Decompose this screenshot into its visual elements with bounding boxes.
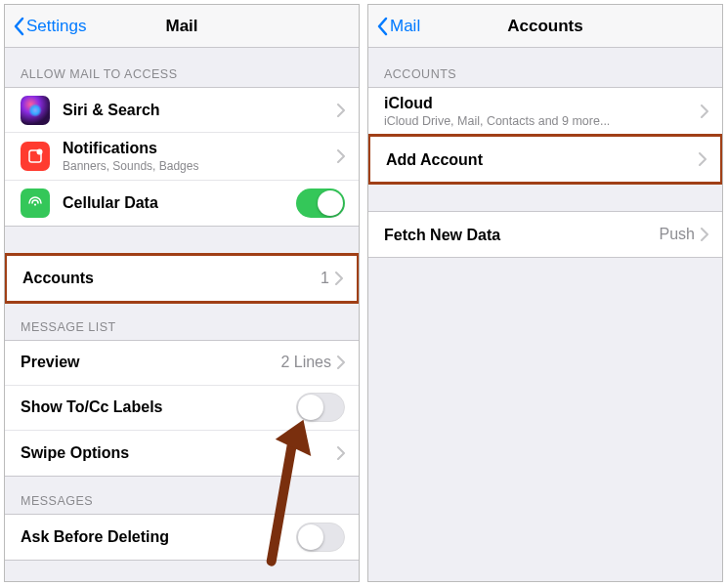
cellular-label: Cellular Data xyxy=(63,194,158,211)
row-accounts[interactable]: Accounts 1 xyxy=(7,256,357,301)
chevron-left-icon xyxy=(376,17,388,36)
message-list-group: Preview 2 Lines Show To/Cc Labels Swipe … xyxy=(5,340,359,477)
section-header-allow: ALLOW MAIL TO ACCESS xyxy=(5,48,359,87)
accounts-list: Accounts 1 xyxy=(4,253,360,304)
row-swipe-options[interactable]: Swipe Options xyxy=(5,431,359,476)
row-add-account[interactable]: Add Account xyxy=(370,137,720,182)
row-siri-search[interactable]: Siri & Search xyxy=(5,88,359,133)
cellular-toggle[interactable] xyxy=(296,188,345,218)
accounts-pane: Mail Accounts ACCOUNTS iCloud iCloud Dri… xyxy=(367,4,723,582)
row-fetch-new-data[interactable]: Fetch New Data Push xyxy=(368,212,722,257)
ask-delete-toggle[interactable] xyxy=(296,523,345,552)
chevron-right-icon xyxy=(337,356,345,369)
add-account-label: Add Account xyxy=(386,151,483,168)
mail-settings-pane: Settings Mail ALLOW MAIL TO ACCESS Siri … xyxy=(4,4,360,582)
chevron-right-icon xyxy=(699,152,707,166)
allow-access-list: Siri & Search Notifications Banners, Sou… xyxy=(5,87,359,227)
back-label: Mail xyxy=(390,17,420,36)
show-tocc-toggle[interactable] xyxy=(296,393,345,422)
ask-delete-label: Ask Before Deleting xyxy=(21,528,169,545)
chevron-right-icon xyxy=(335,272,343,285)
svg-point-1 xyxy=(37,148,43,154)
cellular-icon xyxy=(21,188,50,218)
section-header-messages: MESSAGES xyxy=(5,477,359,514)
row-icloud[interactable]: iCloud iCloud Drive, Mail, Contacts and … xyxy=(368,88,722,135)
section-header-accounts: ACCOUNTS xyxy=(368,48,722,87)
row-cellular-data[interactable]: Cellular Data xyxy=(5,181,359,226)
notifications-icon xyxy=(21,142,50,171)
chevron-right-icon xyxy=(337,104,345,117)
row-notifications[interactable]: Notifications Banners, Sounds, Badges xyxy=(5,133,359,181)
back-button[interactable]: Mail xyxy=(376,17,420,36)
nav-bar: Settings Mail xyxy=(5,5,359,48)
nav-bar: Mail Accounts xyxy=(368,5,722,48)
notifications-label: Notifications xyxy=(63,140,157,156)
fetch-value: Push xyxy=(660,226,695,243)
row-preview[interactable]: Preview 2 Lines xyxy=(5,341,359,386)
accounts-group: iCloud iCloud Drive, Mail, Contacts and … xyxy=(368,87,722,135)
add-account-group: Add Account xyxy=(367,134,723,185)
messages-group: Ask Before Deleting xyxy=(5,514,359,561)
accounts-label: Accounts xyxy=(22,270,94,286)
back-button[interactable]: Settings xyxy=(13,17,86,36)
row-ask-before-deleting[interactable]: Ask Before Deleting xyxy=(5,515,359,560)
svg-point-2 xyxy=(34,203,36,205)
swipe-options-label: Swipe Options xyxy=(21,444,129,461)
show-tocc-label: Show To/Cc Labels xyxy=(21,398,163,415)
chevron-right-icon xyxy=(337,149,345,163)
chevron-right-icon xyxy=(337,446,345,460)
siri-label: Siri & Search xyxy=(63,102,160,118)
row-show-to-cc[interactable]: Show To/Cc Labels xyxy=(5,386,359,431)
accounts-count: 1 xyxy=(321,270,329,287)
page-title: Accounts xyxy=(368,17,722,36)
chevron-left-icon xyxy=(13,17,24,36)
siri-icon xyxy=(21,96,50,125)
preview-label: Preview xyxy=(21,354,79,370)
preview-value: 2 Lines xyxy=(280,354,331,371)
fetch-group: Fetch New Data Push xyxy=(368,211,722,258)
notifications-sublabel: Banners, Sounds, Badges xyxy=(63,159,337,173)
chevron-right-icon xyxy=(701,105,708,118)
fetch-label: Fetch New Data xyxy=(384,227,500,243)
back-label: Settings xyxy=(26,17,86,36)
section-header-messagelist: MESSAGE LIST xyxy=(5,303,359,340)
chevron-right-icon xyxy=(701,228,708,241)
icloud-label: iCloud xyxy=(384,95,433,111)
icloud-sublabel: iCloud Drive, Mail, Contacts and 9 more.… xyxy=(384,114,701,129)
